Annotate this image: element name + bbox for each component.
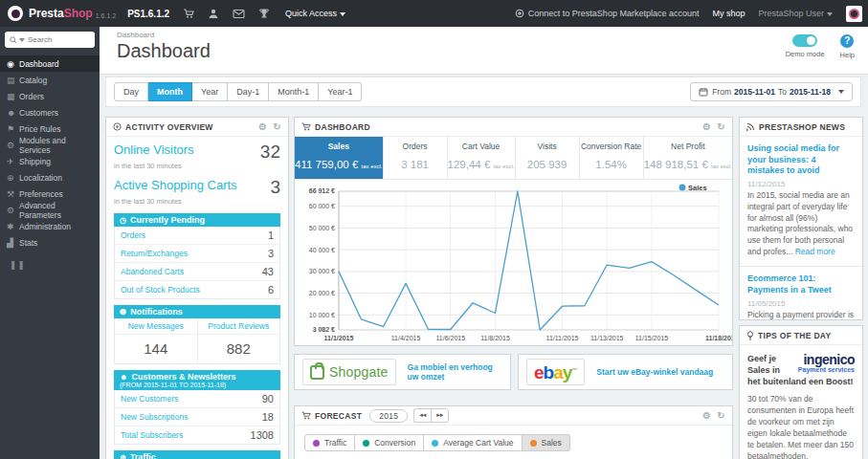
kpi-visits[interactable]: Visits 205 939	[516, 137, 580, 179]
user-avatar[interactable]	[846, 6, 862, 22]
legend-toggle-conversion[interactable]: Conversion	[355, 434, 424, 451]
chevron-down-icon	[827, 12, 833, 16]
table-row: Out of Stock Products6	[115, 281, 279, 298]
my-shop-link[interactable]: My shop	[712, 9, 745, 18]
range-button-month[interactable]: Month	[148, 82, 192, 101]
prestashop-news-panel: PRESTASHOP NEWS Using social media for y…	[739, 117, 863, 320]
date-range-toolbar: Day Month Year Day-1 Month-1 Year-1 From…	[105, 76, 861, 107]
svg-text:66 912 €: 66 912 €	[309, 187, 335, 194]
sidebar-item-shipping[interactable]: ✈Shipping	[0, 153, 100, 169]
forecast-prev-button[interactable]: ◂◂	[413, 408, 431, 422]
sidebar-item-modules[interactable]: ⚙Modules and Services	[0, 137, 100, 153]
preferences-icon: ⚒	[7, 189, 19, 199]
svg-text:11/11/2015: 11/11/2015	[546, 335, 579, 341]
panel-title: DASHBOARD	[315, 122, 370, 132]
new-messages-link[interactable]: New Messages	[115, 318, 197, 335]
modules-icon: ⚙	[7, 141, 19, 150]
sidebar-item-price-rules[interactable]: ⚑Price Rules	[0, 120, 100, 137]
kpi-cart-value[interactable]: Cart Value 129,44 € tax excl.	[448, 137, 516, 179]
sidebar-search[interactable]	[5, 32, 95, 48]
online-visitors-label[interactable]: Online Visitors	[114, 142, 194, 157]
trophy-icon[interactable]	[258, 8, 270, 19]
sidebar: ◉Dashboard ▤Catalog ▦Orders ☻Customers ⚑…	[0, 27, 100, 459]
version-label: 1.6.1.2	[96, 12, 116, 19]
date-range-picker[interactable]: From2015-11-01 To2015-11-18	[690, 82, 853, 101]
activity-overview-panel: ACTIVITY OVERVIEW ⚙ ↻ Online Visitors 32…	[105, 117, 289, 459]
sidebar-item-advanced-parameters[interactable]: ⚙Advanced Parameters	[0, 202, 100, 218]
sidebar-item-orders[interactable]: ▦Orders	[0, 88, 100, 104]
legend-toggle-average-cart-value[interactable]: Average Cart Value	[424, 434, 522, 451]
ebay-module-card: ebay™ Start uw eBay-winkel vandaag	[518, 354, 733, 390]
customers-link[interactable]: New Subscriptions	[121, 412, 188, 422]
help-button[interactable]: ? Help	[840, 34, 855, 59]
sidebar-item-customers[interactable]: ☻Customers	[0, 104, 100, 120]
kpi-sales[interactable]: Sales 411 759,00 € tax excl.	[295, 137, 384, 179]
forecast-year-selector[interactable]: 2015	[369, 409, 408, 423]
panel-settings-gear-icon[interactable]: ⚙	[702, 121, 711, 132]
toggle-on-icon[interactable]	[792, 34, 817, 47]
shopgate-logo: Shopgate	[302, 359, 396, 385]
panel-refresh-icon[interactable]: ↻	[717, 410, 725, 421]
customers-link[interactable]: Total Subscribers	[121, 430, 183, 440]
pending-link[interactable]: Abandoned Carts	[121, 267, 184, 276]
search-scope-caret-icon[interactable]	[19, 38, 25, 42]
user-menu[interactable]: PrestaShop User	[758, 9, 833, 18]
clock-icon: ◷	[120, 216, 126, 225]
panel-refresh-icon[interactable]: ↻	[273, 121, 281, 132]
quick-access-menu[interactable]: Quick Access	[285, 9, 345, 18]
customers-link[interactable]: New Customers	[121, 394, 178, 404]
forecast-next-button[interactable]: ▸▸	[431, 408, 449, 422]
panel-settings-gear-icon[interactable]: ⚙	[258, 121, 267, 132]
range-button-day[interactable]: Day	[114, 82, 148, 101]
active-carts-label[interactable]: Active Shopping Carts	[114, 178, 237, 192]
shopgate-promo-link[interactable]: Ga mobiel en verhoog uw omzet	[408, 362, 502, 382]
page-title: Dashboard	[117, 40, 211, 62]
forecast-cart-icon	[301, 411, 311, 420]
range-button-year-1[interactable]: Year-1	[319, 82, 362, 101]
range-button-month-1[interactable]: Month-1	[269, 82, 319, 101]
read-more-link[interactable]: Read more	[795, 247, 835, 256]
svg-text:10 000 €: 10 000 €	[309, 312, 335, 318]
sidebar-item-catalog[interactable]: ▤Catalog	[0, 72, 100, 88]
messages-icon[interactable]	[233, 9, 245, 19]
news-article-title-link[interactable]: Using social media for your business: 4 …	[747, 143, 855, 177]
panel-refresh-icon[interactable]: ↻	[717, 121, 725, 132]
svg-text:11/8/2015: 11/8/2015	[480, 335, 510, 341]
pending-link[interactable]: Out of Stock Products	[121, 285, 200, 295]
conversion-dot-icon	[363, 440, 369, 447]
sidebar-collapse-icon[interactable]: ❚❚	[10, 260, 100, 270]
search-icon	[10, 36, 17, 44]
sidebar-item-stats[interactable]: ▟Stats	[0, 234, 100, 251]
marketplace-connect-link[interactable]: Connect to PrestaShop Marketplace accoun…	[515, 9, 700, 18]
svg-text:11/4/2015: 11/4/2015	[391, 335, 421, 341]
kpi-conversion-rate[interactable]: Conversion Rate 1.54%	[580, 137, 644, 179]
kpi-orders[interactable]: Orders 3 181	[384, 137, 448, 179]
range-button-day-1[interactable]: Day-1	[228, 82, 269, 101]
svg-text:30 000 €: 30 000 €	[309, 268, 335, 274]
search-input[interactable]	[28, 35, 90, 44]
sidebar-item-dashboard[interactable]: ◉Dashboard	[0, 55, 100, 72]
legend-toggle-traffic[interactable]: Traffic	[304, 434, 355, 451]
customers-topbar-icon[interactable]	[208, 8, 219, 19]
chevron-down-icon	[838, 90, 844, 94]
ebay-promo-link[interactable]: Start uw eBay-winkel vandaag	[596, 367, 713, 377]
demo-mode-toggle[interactable]: Demo mode	[786, 34, 825, 58]
sidebar-item-preferences[interactable]: ⚒Preferences	[0, 186, 100, 202]
panel-settings-gear-icon[interactable]: ⚙	[702, 410, 711, 421]
range-button-year[interactable]: Year	[192, 82, 228, 101]
sidebar-item-administration[interactable]: ✱Administration	[0, 218, 100, 234]
kpi-net-profit[interactable]: Net Profit 148 918,51 € tax excl.	[644, 137, 732, 179]
activity-overview-icon	[113, 122, 122, 131]
pending-link[interactable]: Orders	[121, 230, 145, 240]
traffic-dot-icon	[313, 440, 320, 447]
active-carts-row: Active Shopping Carts 3	[106, 172, 288, 196]
dashboard-icon: ◉	[7, 59, 19, 69]
help-icon[interactable]: ?	[840, 34, 854, 48]
notification-col: Product Reviews 882	[197, 318, 280, 363]
news-article-title-link[interactable]: Ecommerce 101: Payments in a Tweet	[747, 273, 855, 295]
legend-toggle-sales[interactable]: Sales	[523, 434, 570, 451]
sidebar-item-localization[interactable]: ⊕Localization	[0, 169, 100, 186]
cart-icon[interactable]	[183, 8, 194, 19]
pending-link[interactable]: Return/Exchanges	[121, 249, 188, 258]
product-reviews-link[interactable]: Product Reviews	[198, 318, 280, 335]
